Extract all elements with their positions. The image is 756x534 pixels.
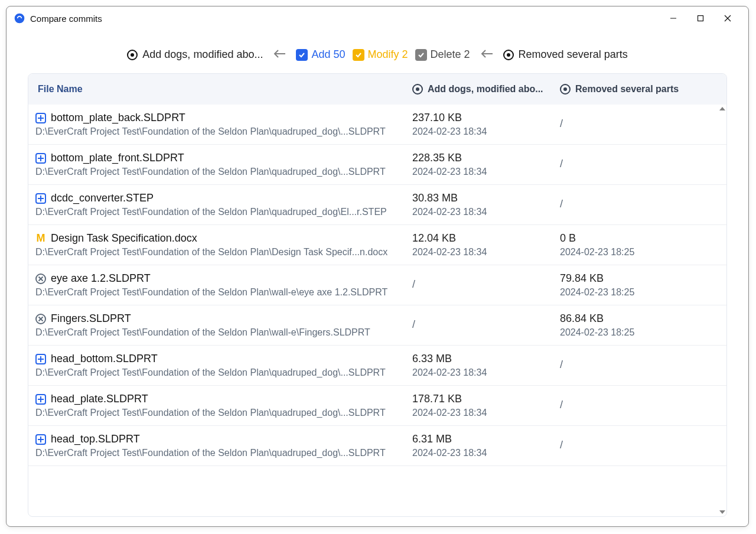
file-path: D:\EverCraft Project Test\Foundation of …	[35, 167, 412, 177]
table-row[interactable]: dcdc_converter.STEPD:\EverCraft Project …	[28, 185, 726, 225]
file-table: File Name Add dogs, modified abo... Remo…	[28, 73, 727, 517]
empty-value: /	[412, 272, 560, 291]
commit-icon	[503, 50, 514, 60]
left-commit[interactable]: Add dogs, modified abo...	[127, 48, 263, 61]
table-row[interactable]: MDesign Task Specification.docxD:\EverCr…	[28, 225, 726, 265]
close-button[interactable]	[714, 9, 741, 28]
checkbox-add-icon	[296, 49, 308, 61]
arrow-left-icon	[477, 48, 496, 61]
col-header-file-name[interactable]: File Name	[34, 84, 412, 95]
file-path: D:\EverCraft Project Test\Foundation of …	[35, 448, 412, 458]
file-path: D:\EverCraft Project Test\Foundation of …	[35, 207, 412, 217]
file-size-b: 86.84 KB	[560, 312, 684, 325]
file-name: bottom_plate_front.SLDPRT	[51, 152, 184, 164]
file-date-b: 2024-02-23 18:25	[560, 327, 684, 338]
table-row[interactable]: bottom_plate_back.SLDPRTD:\EverCraft Pro…	[28, 105, 726, 145]
table-row[interactable]: bottom_plate_front.SLDPRTD:\EverCraft Pr…	[28, 145, 726, 185]
file-size-a: 228.35 KB	[412, 152, 560, 164]
file-name: eye axe 1.2.SLDPRT	[51, 272, 151, 285]
minimize-button[interactable]	[660, 9, 687, 28]
file-size-a: 6.31 MB	[412, 433, 560, 445]
filter-delete[interactable]: Delete 2	[415, 48, 470, 61]
file-date-a: 2024-02-23 18:34	[412, 126, 560, 137]
table-body[interactable]: bottom_plate_back.SLDPRTD:\EverCraft Pro…	[28, 105, 726, 516]
right-commit-label: Removed several parts	[519, 48, 628, 61]
deleted-icon	[35, 273, 46, 284]
file-size-b: 0 B	[560, 232, 684, 245]
file-path: D:\EverCraft Project Test\Foundation of …	[35, 367, 412, 378]
empty-value: /	[560, 433, 684, 451]
file-date-b: 2024-02-23 18:25	[560, 247, 684, 258]
filter-modify-label: Modify 2	[368, 48, 408, 61]
filter-modify[interactable]: Modify 2	[353, 48, 408, 61]
checkbox-modify-icon	[353, 49, 364, 61]
commit-icon	[127, 50, 138, 60]
added-icon	[35, 193, 46, 204]
app-icon	[14, 12, 25, 24]
titlebar: Compare commits	[6, 6, 748, 30]
file-name: head_plate.SLDPRT	[51, 393, 148, 405]
file-name: Design Task Specification.docx	[51, 232, 197, 245]
file-path: D:\EverCraft Project Test\Foundation of …	[35, 327, 412, 338]
file-date-a: 2024-02-23 18:34	[412, 367, 560, 378]
file-date-a: 2024-02-23 18:34	[412, 247, 560, 258]
deleted-icon	[35, 314, 46, 324]
modified-icon: M	[35, 233, 46, 244]
filter-add[interactable]: Add 50	[296, 48, 345, 61]
left-commit-label: Add dogs, modified abo...	[142, 48, 263, 61]
table-row[interactable]: head_plate.SLDPRTD:\EverCraft Project Te…	[28, 386, 726, 426]
filter-add-label: Add 50	[311, 48, 345, 61]
file-name: head_bottom.SLDPRT	[51, 353, 158, 365]
file-date-a: 2024-02-23 18:34	[412, 408, 560, 418]
added-icon	[35, 354, 46, 364]
app-window: Compare commits Add dogs, modified abo..…	[6, 6, 749, 527]
col-header-commit-b[interactable]: Removed several parts	[560, 84, 684, 95]
file-size-a: 6.33 MB	[412, 353, 560, 365]
file-path: D:\EverCraft Project Test\Foundation of …	[35, 408, 412, 418]
table-row[interactable]: Fingers.SLDPRTD:\EverCraft Project Test\…	[28, 305, 726, 346]
file-size-a: 178.71 KB	[412, 393, 560, 405]
arrow-left-icon	[270, 48, 289, 61]
empty-value: /	[412, 312, 560, 331]
empty-value: /	[560, 353, 684, 371]
added-icon	[35, 434, 46, 445]
added-icon	[35, 113, 46, 123]
file-date-b: 2024-02-23 18:25	[560, 287, 684, 298]
file-name: Fingers.SLDPRT	[51, 312, 131, 325]
table-header: File Name Add dogs, modified abo... Remo…	[28, 74, 726, 105]
file-name: dcdc_converter.STEP	[51, 192, 154, 204]
maximize-button[interactable]	[687, 9, 714, 28]
empty-value: /	[560, 393, 684, 411]
scroll-down-icon[interactable]	[719, 510, 725, 514]
empty-value: /	[560, 112, 684, 130]
file-size-a: 237.10 KB	[412, 112, 560, 124]
content-area: File Name Add dogs, modified abo... Remo…	[6, 73, 748, 526]
filter-delete-label: Delete 2	[431, 48, 470, 61]
file-path: D:\EverCraft Project Test\Foundation of …	[35, 126, 412, 137]
right-commit[interactable]: Removed several parts	[503, 48, 628, 61]
commit-icon	[560, 84, 571, 95]
compare-bar: Add dogs, modified abo... Add 50 Modify …	[6, 30, 748, 73]
table-row[interactable]: head_bottom.SLDPRTD:\EverCraft Project T…	[28, 346, 726, 386]
file-size-a: 30.83 MB	[412, 192, 560, 204]
file-path: D:\EverCraft Project Test\Foundation of …	[35, 287, 412, 298]
commit-icon	[412, 84, 423, 95]
table-row[interactable]: head_top.SLDPRTD:\EverCraft Project Test…	[28, 426, 726, 466]
file-size-b: 79.84 KB	[560, 272, 684, 285]
checkbox-delete-icon	[415, 49, 427, 61]
col-header-commit-a[interactable]: Add dogs, modified abo...	[412, 84, 560, 95]
file-name: bottom_plate_back.SLDPRT	[51, 112, 185, 124]
empty-value: /	[560, 192, 684, 210]
added-icon	[35, 394, 46, 405]
empty-value: /	[560, 152, 684, 170]
file-date-a: 2024-02-23 18:34	[412, 207, 560, 217]
file-date-a: 2024-02-23 18:34	[412, 448, 560, 458]
window-title: Compare commits	[30, 14, 102, 24]
added-icon	[35, 153, 46, 164]
file-date-a: 2024-02-23 18:34	[412, 167, 560, 177]
file-name: head_top.SLDPRT	[51, 433, 140, 445]
table-row[interactable]: eye axe 1.2.SLDPRTD:\EverCraft Project T…	[28, 265, 726, 305]
scroll-up-icon[interactable]	[719, 107, 725, 110]
svg-rect-2	[698, 16, 703, 21]
svg-point-0	[15, 14, 25, 24]
